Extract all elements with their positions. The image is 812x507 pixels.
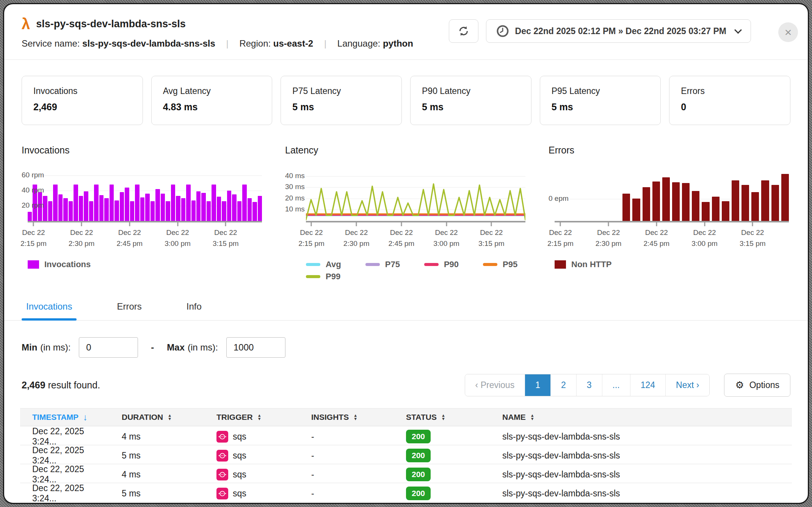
language-label: Language:	[337, 38, 380, 49]
bar	[53, 185, 57, 221]
legend-item-avg[interactable]: Avg	[306, 260, 341, 269]
pagination-previous[interactable]: ‹ Previous	[465, 374, 525, 396]
column-label: INSIGHTS	[311, 413, 349, 422]
table-row[interactable]: Dec 22, 2025 3:24...5 mssqs-200sls-py-sq…	[20, 445, 792, 464]
chart-title: Latency	[285, 145, 527, 156]
pagination-page-124[interactable]: 124	[630, 374, 666, 396]
pagination-ellipsis[interactable]: ...	[602, 374, 630, 396]
table-header-row: TIMESTAMP↓DURATION▲▼TRIGGER▲▼INSIGHTS▲▼S…	[20, 408, 792, 426]
bar	[201, 193, 205, 221]
bar	[145, 194, 149, 221]
y-axis-label: 60 rpm	[22, 171, 44, 179]
bar	[212, 185, 216, 221]
y-axis-label: 20 ms	[285, 194, 305, 202]
legend-label: Avg	[326, 260, 341, 269]
cell-timestamp: Dec 22, 2025 3:24...	[20, 483, 110, 504]
cell-trigger: sqs	[204, 488, 299, 499]
service-name-label: Service name:	[22, 38, 80, 49]
legend-item-p90[interactable]: P90	[424, 260, 459, 269]
region-value: us-east-2	[273, 38, 313, 49]
metric-label: Invocations	[33, 86, 131, 96]
column-header-trigger[interactable]: TRIGGER▲▼	[204, 413, 299, 422]
sort-icon: ▲▼	[353, 414, 357, 421]
cell-name: sls-py-sqs-dev-lambda-sns-sls	[490, 488, 792, 499]
min-label: Min	[22, 342, 37, 353]
legend-item-invocations[interactable]: Invocations	[28, 260, 91, 269]
pagination-page-1[interactable]: 1	[525, 374, 551, 396]
function-detail-panel: λ sls-py-sqs-dev-lambda-sns-sls Service …	[3, 3, 809, 504]
trigger-label: sqs	[233, 432, 246, 442]
cell-duration: 5 ms	[110, 451, 204, 461]
chart-legend: AvgP75P90P95P99	[306, 260, 527, 288]
table-row[interactable]: Dec 22, 2025 3:24...5 mssqs-200sls-py-sq…	[20, 502, 792, 504]
date-range-text: Dec 22nd 2025 02:12 PM » Dec 22nd 2025 0…	[515, 26, 726, 36]
tab-errors[interactable]: Errors	[112, 301, 146, 320]
close-button[interactable]: ×	[778, 22, 798, 42]
gear-icon: ⚙	[735, 379, 744, 391]
column-header-status[interactable]: STATUS▲▼	[394, 413, 490, 422]
results-bar: 2,469 result found. ‹ Previous123...124N…	[4, 358, 808, 397]
metric-label: Avg Latency	[163, 86, 261, 96]
column-header-insights[interactable]: INSIGHTS▲▼	[299, 413, 394, 422]
y-axis-label: 40 rpm	[22, 186, 44, 194]
trigger-label: sqs	[233, 488, 246, 499]
table-row[interactable]: Dec 22, 2025 3:24...4 mssqs-200sls-py-sq…	[20, 464, 792, 483]
chart-plot: 0 epm	[549, 172, 790, 222]
legend-item-p75[interactable]: P75	[365, 260, 400, 269]
y-axis-label: 0 epm	[549, 194, 569, 203]
cell-trigger: sqs	[204, 469, 299, 480]
bar	[120, 192, 124, 221]
table-row[interactable]: Dec 22, 2025 3:24...5 mssqs-200sls-py-sq…	[20, 483, 792, 502]
legend-swatch	[555, 260, 566, 269]
legend-label: P90	[444, 260, 459, 269]
x-axis: Dec 222:15 pmDec 222:30 pmDec 222:45 pmD…	[306, 222, 525, 252]
table-row[interactable]: Dec 22, 2025 3:24...4 mssqs-200sls-py-sq…	[20, 426, 792, 445]
clock-icon	[496, 25, 509, 38]
invocations-table: TIMESTAMP↓DURATION▲▼TRIGGER▲▼INSIGHTS▲▼S…	[20, 408, 792, 504]
column-header-name[interactable]: NAME▲▼	[490, 413, 792, 422]
cell-status: 200	[394, 468, 490, 481]
legend-item-p99[interactable]: P99	[306, 272, 340, 282]
tab-bar: InvocationsErrorsInfo	[4, 288, 808, 321]
metric-label: P90 Latency	[422, 86, 520, 96]
cell-trigger: sqs	[204, 431, 299, 443]
language-value: python	[383, 38, 413, 49]
bar	[110, 185, 114, 221]
column-header-timestamp[interactable]: TIMESTAMP↓	[20, 412, 110, 422]
cell-trigger: sqs	[204, 450, 299, 462]
column-header-duration[interactable]: DURATION▲▼	[110, 413, 204, 422]
sort-icon: ▲▼	[168, 414, 172, 421]
x-axis-tick	[225, 222, 226, 226]
bar	[732, 180, 739, 221]
metric-card: P95 Latency5 ms	[540, 76, 661, 125]
max-duration-input[interactable]	[226, 337, 285, 358]
metric-value: 5 ms	[422, 102, 520, 113]
bar	[643, 187, 650, 221]
x-axis-tick	[491, 222, 492, 226]
date-range-button[interactable]: Dec 22nd 2025 02:12 PM » Dec 22nd 2025 0…	[486, 19, 751, 43]
x-axis-label: Dec 222:15 pm	[547, 227, 574, 249]
sort-icon: ▲▼	[530, 414, 535, 421]
legend-item-p95[interactable]: P95	[483, 260, 517, 269]
options-button[interactable]: ⚙ Options	[724, 374, 790, 397]
bar	[692, 191, 699, 221]
x-axis-label: Dec 222:30 pm	[343, 227, 370, 249]
status-badge: 200	[406, 430, 431, 443]
legend-item-non-http[interactable]: Non HTTP	[555, 260, 611, 269]
x-axis-label: Dec 223:00 pm	[691, 227, 718, 249]
pagination-page-3[interactable]: 3	[577, 374, 602, 396]
min-duration-input[interactable]	[79, 337, 138, 358]
y-axis-label: 20 rpm	[22, 201, 44, 210]
cell-status: 200	[394, 487, 490, 500]
pagination-page-2[interactable]: 2	[551, 374, 577, 396]
refresh-button[interactable]	[449, 19, 478, 43]
legend-swatch	[306, 263, 320, 266]
bar	[258, 196, 262, 221]
sqs-icon	[216, 488, 228, 499]
pagination-next[interactable]: Next ›	[666, 374, 709, 396]
tab-invocations[interactable]: Invocations	[22, 301, 77, 320]
bar	[741, 185, 749, 221]
results-count-number: 2,469	[22, 380, 45, 390]
bar	[140, 197, 144, 221]
tab-info[interactable]: Info	[182, 301, 206, 320]
